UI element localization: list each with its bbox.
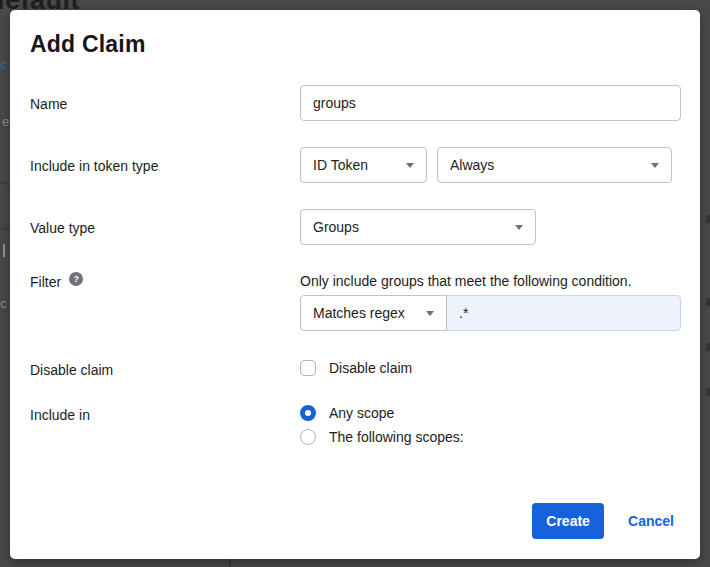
value-type-select[interactable]: Groups (300, 209, 536, 245)
disable-claim-label: Disable claim (30, 360, 300, 379)
disable-claim-row: Disable claim Disable claim (30, 360, 681, 379)
background-fragment (229, 558, 231, 567)
background-fragment (706, 298, 710, 306)
any-scope-radio[interactable] (300, 405, 316, 421)
background-fragment (3, 244, 5, 257)
add-claim-dialog: Add Claim Name Include in token type ID … (10, 10, 700, 559)
background-fragment (706, 343, 710, 351)
filter-condition-selected-value: Matches regex (313, 305, 405, 321)
background-fragment (706, 215, 710, 223)
background-fragment: e (2, 114, 9, 129)
chevron-down-icon (651, 163, 659, 168)
token-type-row: Include in token type ID Token Always (30, 147, 681, 183)
following-scopes-radio[interactable] (300, 429, 316, 445)
chevron-down-icon (406, 163, 414, 168)
token-type-label: Include in token type (30, 147, 300, 175)
filter-condition-select[interactable]: Matches regex (300, 295, 447, 331)
include-in-label: Include in (30, 405, 300, 424)
token-frequency-select[interactable]: Always (437, 147, 672, 183)
name-label: Name (30, 85, 300, 113)
disable-claim-checkbox[interactable] (300, 360, 316, 376)
value-type-label: Value type (30, 209, 300, 237)
token-frequency-selected-value: Always (450, 157, 494, 173)
filter-row: Filter Only include groups that meet the… (30, 272, 681, 331)
value-type-row: Value type Groups (30, 209, 681, 245)
include-in-row: Include in Any scope The following scope… (30, 405, 681, 445)
name-row: Name (30, 85, 681, 121)
filter-label: Filter (30, 272, 61, 291)
filter-pattern-input[interactable] (446, 295, 681, 331)
dialog-footer: Create Cancel (30, 503, 681, 539)
claim-type-selected-value: ID Token (313, 157, 368, 173)
name-input[interactable] (300, 85, 681, 121)
filter-hint: Only include groups that meet the follow… (300, 272, 681, 290)
cancel-button[interactable]: Cancel (628, 513, 674, 529)
background-fragment: c (0, 57, 7, 72)
any-scope-radio-label: Any scope (329, 405, 394, 421)
chevron-down-icon (426, 311, 434, 316)
claim-type-select[interactable]: ID Token (300, 147, 427, 183)
following-scopes-radio-label: The following scopes: (329, 429, 464, 445)
create-button[interactable]: Create (532, 503, 604, 539)
background-fragment (706, 388, 710, 396)
disable-claim-checkbox-label: Disable claim (329, 360, 412, 376)
help-icon[interactable] (69, 272, 83, 286)
value-type-selected-value: Groups (313, 219, 359, 235)
chevron-down-icon (515, 225, 523, 230)
dialog-title: Add Claim (30, 30, 681, 58)
background-fragment: c (0, 296, 7, 311)
